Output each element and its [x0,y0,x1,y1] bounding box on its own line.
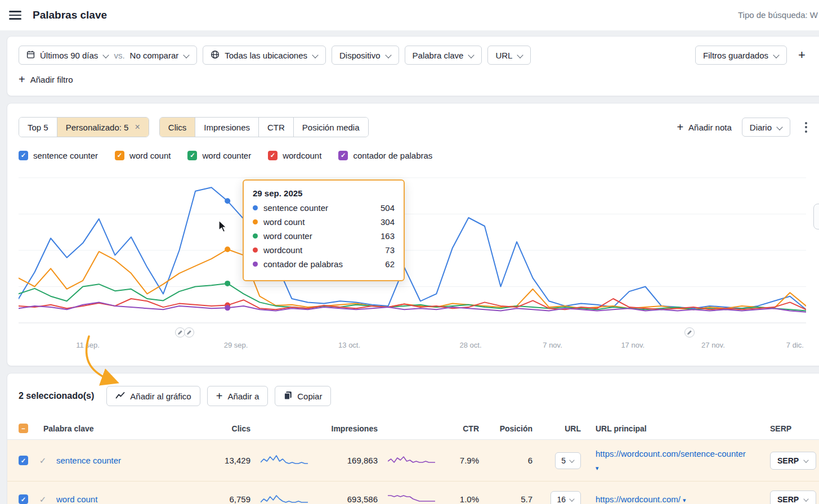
clicks-sparkline [250,452,307,469]
series-dot [253,248,258,253]
position-value: 5.7 [479,494,532,504]
plus-icon[interactable]: + [798,48,812,62]
x-axis-label: 13 oct. [338,341,360,349]
legend-item-word-count[interactable]: ✓ word count [115,151,171,160]
serp-button[interactable]: SERP [770,452,816,470]
checkbox-checked[interactable]: ✓ [187,151,197,160]
serp-label: SERP [777,495,799,504]
x-axis-label: 11 sep. [76,341,100,349]
location-filter[interactable]: Todas las ubicaciones [203,46,326,65]
keyword-link[interactable]: sentence counter [51,456,176,465]
main-url-link[interactable]: https://wordcount.com/ ▾ [581,493,750,504]
legend-item-wordcount[interactable]: ✓ wordcount [268,151,321,160]
checkbox-checked[interactable]: ✓ [19,151,28,160]
custom-set-chip[interactable]: Personalizado: 5 × [57,118,149,137]
chevron-down-icon [312,53,318,58]
column-position[interactable]: Posición [479,424,532,433]
column-main-url[interactable]: URL principal [581,424,755,433]
chart-legend: ✓ sentence counter ✓ word count ✓ word c… [19,148,812,162]
compare-label[interactable]: No comparar [130,51,179,60]
date-range-label: Últimos 90 días [40,51,98,60]
keyword-link[interactable]: word count [51,494,176,504]
url-filter[interactable]: URL [487,46,531,65]
tab-ctr[interactable]: CTR [258,118,293,137]
line-chart[interactable] [19,172,806,325]
main-url-link[interactable]: https://wordcount.com/sentence-counter ▾ [581,447,750,474]
row-checkbox-checked[interactable]: ✓ [19,456,28,465]
select-all-checkbox[interactable]: − [19,424,28,433]
note-marker-icon[interactable] [184,327,194,338]
position-value: 6 [479,456,532,465]
chevron-down-icon [804,458,808,462]
close-icon[interactable]: × [135,122,140,132]
chart-side-control[interactable] [813,204,819,230]
plus-icon: + [19,74,25,85]
device-label: Dispositivo [339,51,381,60]
chevron-down-icon [777,125,782,130]
tab-clics[interactable]: Clics [160,118,195,137]
keyword-set-chips: Top 5 Personalizado: 5 × [19,117,149,137]
clicks-value: 13,429 [176,456,250,465]
chart-tooltip: 29 sep. 2025 sentence counter 504 word c… [243,179,405,281]
device-filter[interactable]: Dispositivo [332,46,399,65]
legend-item-sentence-counter[interactable]: ✓ sentence counter [19,151,98,160]
column-keyword[interactable]: Palabra clave [34,424,176,433]
url-count-dropdown[interactable]: 16 [551,491,581,504]
row-checkbox-checked[interactable]: ✓ [19,494,28,504]
add-note-button[interactable]: + Añadir nota [677,122,731,133]
location-label: Todas las ubicaciones [225,51,307,60]
serp-button[interactable]: SERP [770,490,816,504]
granularity-dropdown[interactable]: Diario [742,118,790,137]
table-header: − Palabra clave Clics Impresiones CTR Po… [7,417,819,440]
clicks-value: 6,759 [176,494,250,504]
column-impressions[interactable]: Impresiones [307,424,378,433]
tab-posicion-media[interactable]: Posición media [293,118,368,137]
chevron-down-icon [570,458,574,462]
saved-filters-label: Filtros guardados [703,51,768,60]
legend-item-word-counter[interactable]: ✓ word counter [187,151,251,160]
tooltip-label: sentence counter [263,203,328,213]
menu-icon[interactable] [9,11,21,19]
tooltip-label: contador de palabras [263,259,343,269]
top5-chip[interactable]: Top 5 [19,118,57,137]
url-count: 16 [557,495,566,504]
impressions-sparkline [378,491,440,504]
chart-area: 11 sep.29 sep.13 oct.28 oct.7 nov.17 nov… [19,172,812,358]
column-serp[interactable]: SERP [755,424,816,433]
column-ctr[interactable]: CTR [440,424,479,433]
column-clicks[interactable]: Clics [176,424,250,433]
checkbox-checked[interactable]: ✓ [338,151,348,160]
checkbox-checked[interactable]: ✓ [268,151,278,160]
column-url[interactable]: URL [532,424,581,433]
note-marker-icon[interactable] [684,327,695,338]
date-range-filter[interactable]: Últimos 90 días vs. No comparar [19,46,197,65]
custom-set-label: Personalizado: 5 [66,123,129,132]
url-label: URL [495,51,512,60]
add-to-button[interactable]: + Añadir a [207,386,268,406]
tooltip-row: sentence counter 504 [253,203,395,213]
x-axis-label: 7 dic. [786,341,804,349]
minus-icon: − [21,425,25,432]
tooltip-value: 163 [381,231,395,241]
tab-impresiones[interactable]: Impresiones [195,118,258,137]
copy-button[interactable]: Copiar [275,386,331,406]
vs-label: vs. [114,51,124,60]
table-row[interactable]: ✓ ✓ sentence counter 13,429 169,863 7.9%… [7,440,819,482]
tooltip-value: 504 [381,203,395,213]
url-count-dropdown[interactable]: 5 [555,452,581,469]
x-axis-label: 17 nov. [621,341,645,349]
legend-item-contador-de-palabras[interactable]: ✓ contador de palabras [338,151,432,160]
trend-line-icon [115,392,125,401]
metric-tabs: Clics Impresiones CTR Posición media [159,117,369,137]
table-row[interactable]: ✓ ✓ word count 6,759 693,586 1.0% 5.7 16… [7,482,819,504]
search-type-label: Tipo de búsqueda: W [738,10,818,20]
keywords-table-card: 2 seleccionado(s) Añadir al gráfico + Añ… [7,373,819,504]
add-filter-button[interactable]: + Añadir filtro [19,74,73,85]
keyword-filter[interactable]: Palabra clave [405,46,482,65]
plus-icon: + [677,122,683,133]
add-to-chart-button[interactable]: Añadir al gráfico [106,386,200,406]
checkbox-checked[interactable]: ✓ [115,151,124,160]
saved-filters[interactable]: Filtros guardados [695,46,787,65]
more-options-icon[interactable] [800,119,812,136]
plus-icon: + [216,390,223,402]
